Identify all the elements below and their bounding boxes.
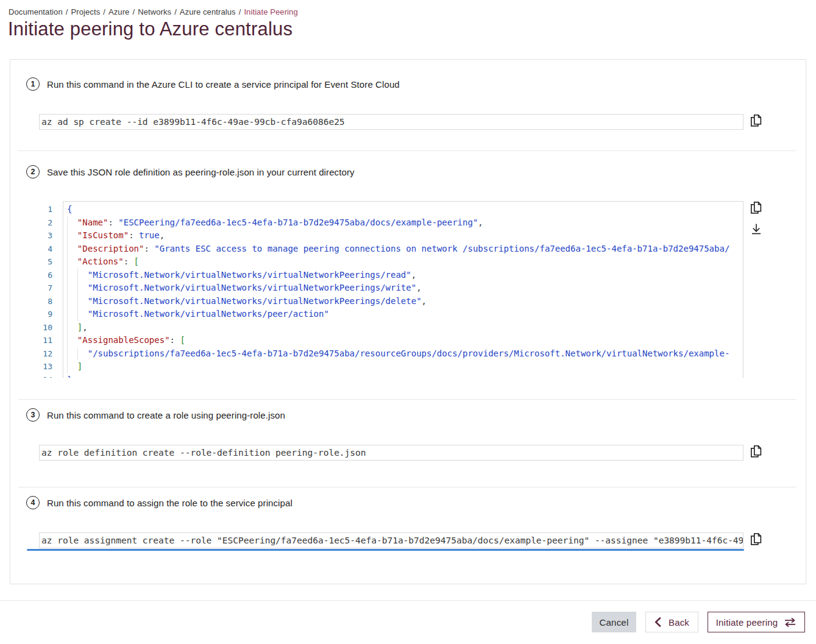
breadcrumb-link-azure[interactable]: Azure — [108, 7, 129, 16]
line-number: 7 — [39, 281, 52, 295]
initiate-peering-page: Documentation/Projects/Azure/Networks/Az… — [0, 0, 816, 644]
breadcrumb-separator: / — [239, 7, 241, 16]
cancel-button-label: Cancel — [600, 617, 629, 628]
step-3-instruction: Run this command to create a role using … — [47, 410, 285, 420]
copy-icon — [750, 539, 762, 548]
step-2-download-button[interactable] — [750, 222, 763, 238]
footer-divider — [0, 600, 816, 601]
step-3-number-badge: 3 — [26, 408, 40, 422]
code-line: "Microsoft.Network/virtualNetworks/virtu… — [63, 281, 743, 295]
code-line: ], — [63, 321, 743, 334]
line-number: 13 — [39, 360, 52, 373]
line-number: 14 — [39, 373, 52, 378]
page-title: Initiate peering to Azure centralus — [8, 18, 293, 40]
line-number: 4 — [39, 242, 52, 256]
breadcrumb-link-networks[interactable]: Networks — [138, 7, 171, 16]
step-4-number-badge: 4 — [26, 496, 40, 509]
chevron-left-icon — [655, 617, 661, 627]
code-line: "/subscriptions/fa7eed6a-1ec5-4efa-b71a-… — [63, 347, 743, 361]
line-number: 1 — [39, 203, 52, 216]
back-button[interactable]: Back — [645, 612, 698, 632]
step-1-instruction: Run this command in the Azure CLI to cre… — [47, 79, 400, 90]
section-divider — [18, 487, 796, 487]
breadcrumb-link-projects[interactable]: Projects — [71, 7, 100, 16]
editor-gutter: 1234567891011121314 — [39, 203, 52, 378]
breadcrumb-separator: / — [103, 7, 105, 16]
code-line: "AssignableScopes": [ — [63, 334, 743, 347]
breadcrumb-link-documentation[interactable]: Documentation — [9, 7, 63, 16]
step-3-command: az role definition create --role-definit… — [40, 448, 366, 458]
section-divider — [18, 399, 796, 400]
step-1-number-badge: 1 — [26, 77, 40, 91]
step-4-copy-button[interactable] — [750, 532, 762, 547]
code-line: "Actions": [ — [63, 255, 743, 269]
breadcrumb: Documentation/Projects/Azure/Networks/Az… — [9, 7, 298, 16]
code-line: ] — [63, 360, 743, 373]
breadcrumb-link-azure-centralus[interactable]: Azure centralus — [180, 7, 236, 16]
copy-icon — [750, 451, 762, 461]
code-line: { — [63, 203, 743, 216]
breadcrumb-separator: / — [174, 7, 177, 16]
step-3-copy-button[interactable] — [750, 444, 762, 459]
breadcrumb-separator: / — [66, 7, 68, 16]
line-number: 3 — [39, 229, 52, 242]
initiate-peering-button[interactable]: Initiate peering — [708, 612, 805, 632]
horizontal-scrollbar[interactable] — [27, 549, 744, 551]
initiate-peering-button-label: Initiate peering — [716, 617, 778, 628]
copy-icon — [750, 208, 762, 217]
back-button-label: Back — [669, 617, 689, 628]
step-3-command-box: az role definition create --role-definit… — [39, 445, 743, 461]
line-number: 10 — [39, 321, 52, 334]
code-line: "IsCustom": true, — [63, 229, 743, 242]
breadcrumb-separator: / — [132, 7, 135, 16]
line-number: 2 — [39, 216, 52, 230]
code-line: } — [63, 373, 743, 378]
line-number: 11 — [39, 334, 52, 347]
cancel-button[interactable]: Cancel — [592, 612, 636, 632]
code-line: "Description": "Grants ESC access to man… — [63, 242, 743, 256]
step-2-instruction: Save this JSON role definition as peerin… — [47, 167, 355, 177]
step-2-copy-button[interactable] — [750, 200, 762, 215]
code-line: "Name": "ESCPeering/fa7eed6a-1ec5-4efa-b… — [63, 216, 743, 230]
step-1-command: az ad sp create --id e3899b11-4f6c-49ae-… — [40, 117, 345, 127]
editor-code: { "Name": "ESCPeering/fa7eed6a-1ec5-4efa… — [63, 201, 743, 378]
section-divider — [18, 150, 796, 151]
copy-icon — [750, 121, 762, 130]
download-icon — [750, 230, 763, 239]
step-4-command: az role assignment create --role "ESCPee… — [40, 536, 743, 545]
step-1-copy-button[interactable] — [750, 113, 762, 128]
breadcrumb-current: Initiate Peering — [244, 7, 297, 16]
code-line: "Microsoft.Network/virtualNetworks/virtu… — [63, 295, 743, 308]
line-number: 8 — [39, 295, 52, 308]
line-number: 6 — [39, 269, 52, 282]
step-4-instruction: Run this command to assign the role to t… — [47, 498, 293, 508]
step-1-command-box: az ad sp create --id e3899b11-4f6c-49ae-… — [39, 114, 743, 130]
line-number: 12 — [39, 347, 52, 361]
line-number: 5 — [39, 255, 52, 269]
step-2-number-badge: 2 — [26, 165, 40, 179]
json-editor[interactable]: 1234567891011121314 { "Name": "ESCPeerin… — [39, 201, 743, 378]
code-line: "Microsoft.Network/virtualNetworks/virtu… — [63, 269, 743, 282]
code-line: "Microsoft.Network/virtualNetworks/peer/… — [63, 308, 743, 321]
step-4-command-box[interactable]: az role assignment create --role "ESCPee… — [39, 533, 743, 548]
swap-arrows-icon — [784, 618, 796, 627]
line-number: 9 — [39, 308, 52, 321]
